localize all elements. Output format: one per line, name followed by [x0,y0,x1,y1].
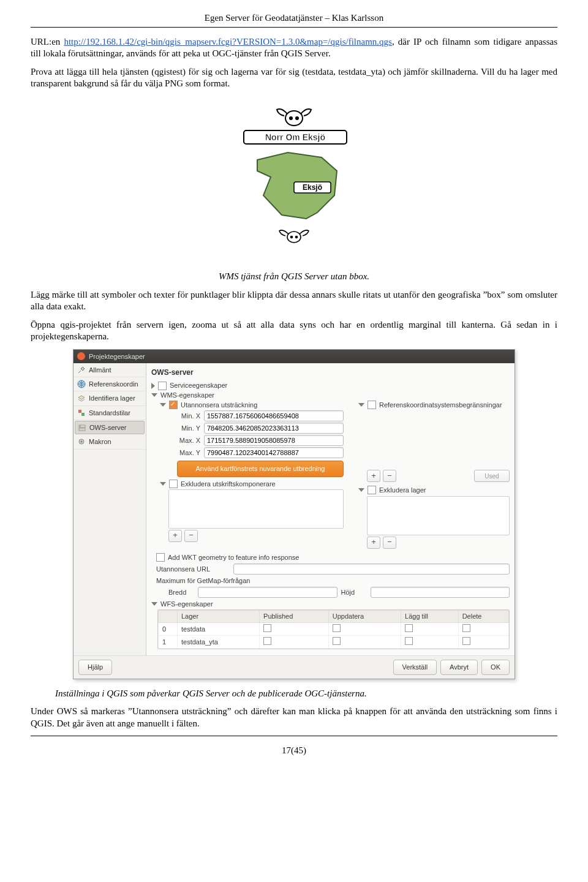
checkbox[interactable] [263,624,271,632]
sidebar-item-ows[interactable]: OWS-server [75,421,145,434]
checkbox[interactable] [169,480,178,488]
wfs-col-insert[interactable]: Lägg till [401,611,459,622]
cancel-button[interactable]: Avbryt [440,660,478,674]
table-row[interactable]: 0 testdata [159,622,509,635]
apply-button[interactable]: Verkställ [393,660,437,674]
wrench-icon [77,366,86,374]
checkbox[interactable] [156,553,165,562]
crs-restrictions-row[interactable]: Referenskoordinatsystemsbegränsningar [358,401,510,409]
miny-row: Min. Y [177,423,344,434]
advertise-url-row: Utannonsera URL [156,564,510,575]
paragraph-2: Prova att lägga till hela tjänsten (qgis… [31,66,557,90]
advertise-url-input[interactable] [233,564,510,575]
sidebar-label: Allmänt [89,366,111,374]
svg-point-8 [290,235,293,238]
checkbox-checked[interactable] [169,401,178,409]
chevron-down-icon [151,393,157,397]
remove-button[interactable]: − [383,537,396,549]
dialog-main: OWS-server Serviceegenskaper WMS-egenska… [146,363,514,656]
width-input[interactable] [198,587,337,598]
sidebar-item-styles[interactable]: Standardstilar [74,406,146,420]
miny-input[interactable] [204,423,344,434]
wfs-col-delete[interactable]: Delete [458,611,508,622]
maxy-input[interactable] [204,447,344,458]
table-row[interactable]: 1 testdata_yta [159,636,509,649]
wfs-col-idx [159,611,178,622]
ok-button[interactable]: OK [481,660,510,674]
checkbox[interactable] [368,486,376,494]
service-props-label: Serviceegenskaper [170,381,227,390]
wms-map-figure: Norr Om Eksjö Eksjö [31,104,557,260]
svg-point-7 [287,232,301,243]
chevron-down-icon [160,482,166,486]
help-button[interactable]: Hjälp [78,660,112,674]
exclude-composers-label: Exkludera utskriftskomponerare [181,480,276,488]
maxx-row: Max. X [177,435,344,446]
row-layer-name: testdata [178,622,260,635]
use-canvas-extent-button[interactable]: Använd kartfönstrets nuvarande utbrednin… [177,461,344,477]
page-number: 17(45) [31,745,557,757]
sidebar-label: Standardstilar [89,409,130,417]
exclude-layers-row[interactable]: Exkludera lager [358,486,510,494]
url-link[interactable]: http://192.168.1.42/cgi-bin/qgis_mapserv… [64,37,391,47]
wms-props-label: WMS-egenskaper [160,391,214,399]
minx-row: Min. X [177,410,344,421]
remove-button[interactable]: − [383,470,396,482]
palette-icon [77,409,86,417]
add-button[interactable]: + [367,470,380,482]
wms-props-row[interactable]: WMS-egenskaper [151,391,510,399]
checkbox[interactable] [462,637,470,645]
sidebar-item-crs[interactable]: Referenskoordin [74,377,146,391]
sidebar-item-macros[interactable]: Makron [74,435,146,449]
minx-input[interactable] [204,410,344,421]
wfs-col-update[interactable]: Uppdatera [328,611,401,622]
sidebar-label: OWS-server [89,423,127,432]
chevron-down-icon [358,488,364,492]
advertise-extent-row[interactable]: Utannonsera utsträckning [160,401,344,409]
exclude-composers-row[interactable]: Exkludera utskriftskomponerare [160,480,344,488]
layers-icon [77,394,86,403]
svg-text:Norr Om Eksjö: Norr Om Eksjö [265,132,325,142]
exclude-layers-list[interactable] [367,496,510,535]
close-icon[interactable] [77,352,85,360]
checkbox[interactable] [368,401,376,409]
checkbox[interactable] [333,624,341,632]
checkbox[interactable] [158,382,167,390]
add-button[interactable]: + [168,530,182,542]
header-rule [31,27,557,28]
used-button[interactable]: Used [474,470,510,482]
exclude-composers-list[interactable] [168,489,344,529]
dialog-sidebar: Allmänt Referenskoordin Identifiera lage… [74,363,146,656]
chevron-down-icon [358,403,364,407]
wfs-props-row[interactable]: WFS-egenskaper [151,600,510,608]
svg-rect-14 [79,428,85,431]
add-button[interactable]: + [367,537,380,549]
dialog-footer: Hjälp Verkställ Avbryt OK [74,655,514,678]
checkbox[interactable] [263,637,271,645]
height-label: Höjd [341,588,367,597]
row-layer-name: testdata_yta [178,636,260,649]
sidebar-item-general[interactable]: Allmänt [74,363,146,377]
checkbox[interactable] [405,637,413,645]
paragraph-3: Lägg märke till att symboler och texter … [31,289,557,313]
ows-heading: OWS-server [151,368,510,378]
checkbox[interactable] [405,624,413,632]
checkbox[interactable] [462,624,470,632]
figure1-caption: WMS tjänst från QGIS Server utan bbox. [31,271,557,283]
add-wkt-row[interactable]: Add WKT geometry to feature info respons… [156,553,510,562]
checkbox[interactable] [333,637,341,645]
remove-button[interactable]: − [184,530,198,542]
svg-point-2 [295,116,299,120]
chevron-down-icon [151,602,157,606]
service-props-row[interactable]: Serviceegenskaper [151,381,510,390]
wfs-col-published[interactable]: Published [260,611,329,622]
maxx-input[interactable] [204,435,344,446]
maxy-label: Max. Y [177,448,200,457]
svg-point-9 [295,235,298,238]
svg-text:Eksjö: Eksjö [303,183,322,192]
max-getmap-label: Maximum för GetMap-förfrågan [156,576,250,585]
height-input[interactable] [371,587,510,598]
crs-restrictions-label: Referenskoordinatsystemsbegränsningar [379,401,502,409]
wfs-col-layer[interactable]: Lager [178,611,260,622]
sidebar-item-identify[interactable]: Identifiera lager [74,391,146,405]
